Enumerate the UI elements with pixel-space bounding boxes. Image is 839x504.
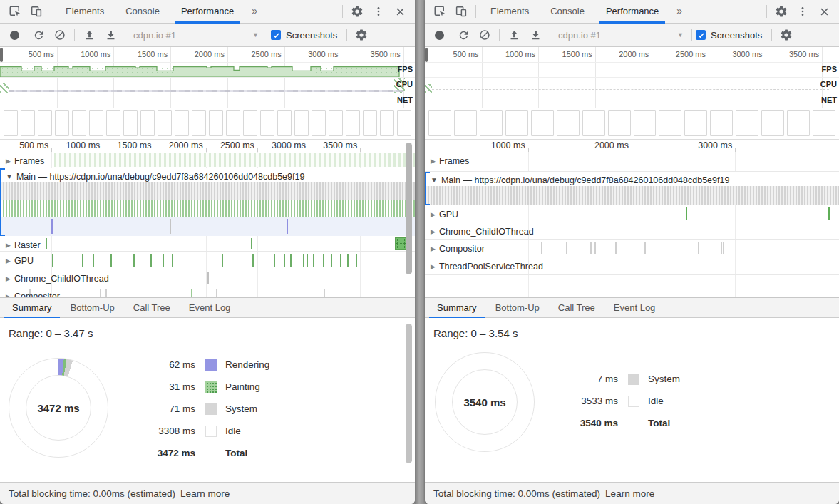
- tab-summary[interactable]: Summary: [3, 298, 61, 318]
- expand-arrow-icon[interactable]: ▶: [431, 158, 436, 165]
- clear-icon[interactable]: [474, 26, 495, 44]
- screenshots-checkbox-label[interactable]: Screenshots: [286, 30, 337, 41]
- track-chrome-childiothread[interactable]: ▶Chrome_ChildIOThread: [0, 269, 415, 287]
- tab-performance[interactable]: Performance: [595, 0, 669, 24]
- screenshot-thumbnail[interactable]: [608, 110, 631, 136]
- screenshot-thumbnail[interactable]: [813, 110, 835, 136]
- collapse-arrow-icon[interactable]: ▼: [431, 176, 438, 184]
- tab-call-tree[interactable]: Call Tree: [549, 298, 604, 318]
- capture-settings-gear-icon[interactable]: [351, 26, 372, 44]
- summary-scrollbar[interactable]: [406, 324, 412, 463]
- device-toolbar-icon[interactable]: [451, 2, 472, 21]
- track-chrome-childiothread[interactable]: ▶Chrome_ChildIOThread: [425, 222, 839, 240]
- screenshot-thumbnail[interactable]: [787, 110, 810, 136]
- record-button[interactable]: [435, 31, 444, 40]
- screenshot-thumbnail[interactable]: [397, 110, 411, 136]
- main-track-header[interactable]: ▼Main — https://cdpn.io/una/debug/c9edd7…: [0, 168, 415, 182]
- screenshot-thumbnail[interactable]: [505, 110, 528, 136]
- screenshot-thumbnail[interactable]: [175, 110, 189, 136]
- screenshot-thumbnail[interactable]: [243, 110, 257, 136]
- screenshot-thumbnail[interactable]: [659, 110, 681, 136]
- tab-elements[interactable]: Elements: [480, 0, 540, 24]
- track-main[interactable]: ▼Main — https://cdpn.io/una/debug/c9edd7…: [0, 168, 415, 236]
- track-compositor[interactable]: ▶Compositor: [425, 240, 839, 257]
- screenshot-thumbnail[interactable]: [428, 110, 451, 136]
- profile-select[interactable]: cdpn.io #1 ▼: [129, 26, 263, 43]
- screenshot-thumbnail[interactable]: [294, 110, 309, 136]
- expand-arrow-icon[interactable]: ▶: [6, 158, 11, 165]
- track-raster[interactable]: ▶Raster: [0, 236, 415, 252]
- screenshot-thumbnail[interactable]: [38, 110, 52, 136]
- screenshot-thumbnail[interactable]: [531, 110, 554, 136]
- settings-gear-icon[interactable]: [346, 2, 368, 21]
- screenshot-thumbnail[interactable]: [582, 110, 605, 136]
- screenshot-thumbnail[interactable]: [329, 110, 343, 136]
- close-icon[interactable]: [813, 2, 835, 21]
- track-threadpoolservicethread[interactable]: ▶ThreadPoolServiceThread: [425, 257, 839, 275]
- track-main[interactable]: ▼Main — https://cdpn.io/una/debug/c9edd7…: [425, 172, 839, 205]
- tab-event-log[interactable]: Event Log: [604, 298, 665, 318]
- close-icon[interactable]: [389, 2, 411, 21]
- screenshot-thumbnail[interactable]: [557, 110, 580, 136]
- screenshot-thumbnail[interactable]: [761, 110, 784, 136]
- screenshot-thumbnail[interactable]: [72, 110, 86, 136]
- screenshots-checkbox-label[interactable]: Screenshots: [711, 30, 762, 41]
- track-compositor[interactable]: ▶Compositor: [0, 287, 415, 297]
- timeline-overview[interactable]: 500 ms1000 ms1500 ms2000 ms2500 ms3000 m…: [0, 47, 415, 108]
- device-toolbar-icon[interactable]: [26, 2, 47, 21]
- load-profile-icon[interactable]: [503, 26, 525, 44]
- inspect-element-icon[interactable]: [429, 2, 451, 21]
- screenshot-thumbnail[interactable]: [106, 110, 120, 136]
- screenshot-thumbnail[interactable]: [4, 110, 18, 136]
- expand-arrow-icon[interactable]: ▶: [431, 263, 436, 270]
- settings-gear-icon[interactable]: [771, 2, 792, 21]
- tab-call-tree[interactable]: Call Tree: [124, 298, 180, 318]
- screenshot-thumbnail[interactable]: [454, 110, 477, 136]
- tab-performance[interactable]: Performance: [170, 0, 245, 24]
- screenshot-thumbnail[interactable]: [277, 110, 292, 136]
- screenshot-thumbnail[interactable]: [55, 110, 69, 136]
- screenshot-thumbnail[interactable]: [312, 110, 326, 136]
- screenshot-thumbnail[interactable]: [710, 110, 733, 136]
- reload-and-record-icon[interactable]: [28, 26, 49, 44]
- screenshot-thumbnail[interactable]: [380, 110, 394, 136]
- track-frames[interactable]: ▶Frames: [0, 152, 415, 168]
- more-tabs-icon[interactable]: »: [245, 0, 264, 24]
- screenshots-checkbox[interactable]: [271, 30, 281, 40]
- kebab-menu-icon[interactable]: [368, 2, 389, 21]
- inspect-element-icon[interactable]: [4, 2, 26, 21]
- screenshot-thumbnail[interactable]: [89, 110, 103, 136]
- tab-bottom-up[interactable]: Bottom-Up: [61, 298, 124, 318]
- tab-bottom-up[interactable]: Bottom-Up: [486, 298, 549, 318]
- save-profile-icon[interactable]: [525, 26, 546, 44]
- kebab-menu-icon[interactable]: [792, 2, 813, 21]
- tab-event-log[interactable]: Event Log: [180, 298, 240, 318]
- screenshot-thumbnail[interactable]: [634, 110, 657, 136]
- load-profile-icon[interactable]: [78, 26, 100, 44]
- timeline-overview[interactable]: 500 ms1000 ms1500 ms2000 ms2500 ms3000 m…: [425, 47, 839, 108]
- profile-select[interactable]: cdpn.io #1 ▼: [554, 26, 688, 43]
- flamechart-area[interactable]: ▶Frames ▼Main — https://cdpn.io/una/debu…: [0, 152, 415, 297]
- screenshot-thumbnail[interactable]: [363, 110, 377, 136]
- flamechart-scrollbar[interactable]: [406, 143, 412, 274]
- screenshot-thumbnail[interactable]: [480, 110, 503, 136]
- screenshot-thumbnail[interactable]: [123, 110, 138, 136]
- main-track-header[interactable]: ▼Main — https://cdpn.io/una/debug/c9edd7…: [425, 172, 839, 186]
- more-tabs-icon[interactable]: »: [669, 0, 689, 24]
- learn-more-link[interactable]: Learn more: [605, 488, 654, 499]
- learn-more-link[interactable]: Learn more: [180, 488, 230, 499]
- collapse-arrow-icon[interactable]: ▼: [6, 173, 13, 180]
- screenshot-thumbnail[interactable]: [158, 110, 172, 136]
- flamechart-area[interactable]: ▶Frames ▼Main — https://cdpn.io/una/debu…: [425, 152, 839, 297]
- screenshot-thumbnail[interactable]: [684, 110, 707, 136]
- screenshot-thumbnail[interactable]: [209, 110, 223, 136]
- overview-left-grip[interactable]: [0, 48, 3, 62]
- capture-settings-gear-icon[interactable]: [776, 26, 797, 44]
- save-profile-icon[interactable]: [100, 26, 121, 44]
- screenshot-thumbnail[interactable]: [736, 110, 758, 136]
- reload-and-record-icon[interactable]: [453, 26, 474, 44]
- track-gpu[interactable]: ▶GPU: [425, 205, 839, 222]
- tab-elements[interactable]: Elements: [55, 0, 115, 24]
- tab-summary[interactable]: Summary: [428, 298, 486, 318]
- screenshot-thumbnail[interactable]: [21, 110, 35, 136]
